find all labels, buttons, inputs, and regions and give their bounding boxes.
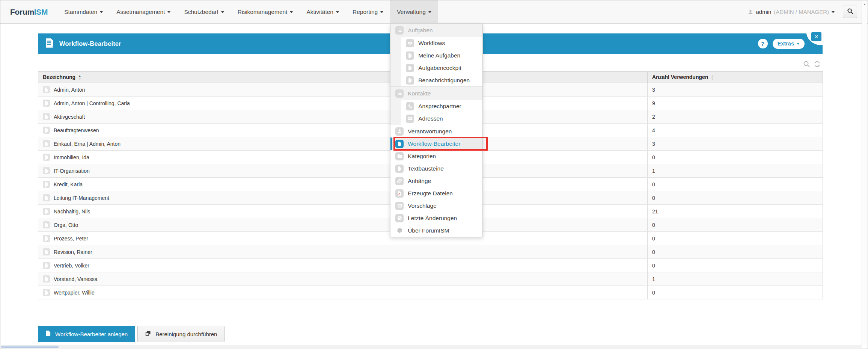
phone-icon bbox=[406, 102, 414, 110]
refresh-icon[interactable] bbox=[814, 60, 821, 68]
app-logo[interactable]: ForumISM bbox=[6, 0, 52, 23]
sort-desc-icon[interactable]: ▼ bbox=[78, 77, 81, 80]
menu-list-icon bbox=[395, 89, 404, 98]
nav-item-risikomanagement[interactable]: Risikomanagement bbox=[231, 0, 300, 23]
menu-item-textbausteine[interactable]: Textbausteine bbox=[390, 162, 482, 175]
nav-item-schutzbedarf[interactable]: Schutzbedarf bbox=[177, 0, 231, 23]
chevron-down-icon bbox=[100, 11, 103, 13]
sort-desc-icon[interactable]: ▼ bbox=[711, 77, 714, 80]
person-icon bbox=[395, 127, 404, 136]
menu-section-aufgaben: Aufgaben bbox=[390, 24, 482, 37]
document-icon bbox=[43, 275, 50, 283]
row-name-cell: Admin, Anton bbox=[43, 86, 647, 93]
create-workflow-editor-button[interactable]: Workflow-Bearbeiter anlegen bbox=[38, 326, 135, 342]
menu-item-benachrichtigungen[interactable]: Benachrichtigungen bbox=[401, 74, 482, 86]
nav-item-aktivitäten[interactable]: Aktivitäten bbox=[300, 0, 346, 23]
row-name-cell: Einkauf, Erna | Admin, Anton bbox=[43, 140, 647, 147]
document-icon bbox=[43, 221, 50, 228]
menu-item-vorschläge[interactable]: Vorschläge bbox=[390, 199, 482, 212]
table-row[interactable]: Revision, Rainer0 bbox=[38, 245, 823, 259]
menu-item-aufgabencockpit[interactable]: Aufgabencockpit bbox=[401, 62, 482, 74]
document-icon bbox=[43, 235, 50, 242]
row-usage-count: 0 bbox=[652, 195, 655, 201]
table-row[interactable]: Vorstand, Vanessa1 bbox=[38, 272, 823, 286]
chevron-down-icon bbox=[380, 11, 383, 13]
menu-item-adressen[interactable]: Adressen bbox=[401, 112, 482, 125]
menu-item-über-forumism[interactable]: Über ForumISM bbox=[390, 224, 482, 237]
list-box-icon bbox=[395, 202, 404, 210]
menu-item-workflow-bearbeiter[interactable]: Workflow-Bearbeiter bbox=[390, 137, 482, 150]
horizontal-scrollbar-thumb[interactable] bbox=[1, 346, 59, 348]
menu-item-workflows[interactable]: Workflows bbox=[401, 37, 482, 49]
document-icon bbox=[43, 140, 50, 147]
scroll-up-icon[interactable]: ▲ bbox=[863, 3, 866, 6]
extras-button[interactable]: Extras bbox=[773, 39, 805, 49]
nav-item-verwaltung[interactable]: VerwaltungAufgabenWorkflowsMeine Aufgabe… bbox=[390, 0, 438, 23]
menu-item-erzeugte-dateien[interactable]: Erzeugte Dateien bbox=[390, 187, 482, 199]
chevron-down-icon bbox=[290, 11, 293, 13]
folder-icon bbox=[395, 152, 404, 160]
logo-part-forum: Forum bbox=[10, 8, 34, 17]
document-icon bbox=[43, 100, 50, 107]
column-header-anzahl-verwendungen[interactable]: Anzahl Verwendungen▲▼ bbox=[648, 72, 823, 83]
menu-item-label: Ansprechpartner bbox=[418, 103, 461, 110]
user-name: admin bbox=[756, 9, 771, 15]
footer-actions: Workflow-Bearbeiter anlegen Bereinigung … bbox=[38, 326, 823, 342]
row-usage-count: 0 bbox=[652, 222, 655, 228]
clock-icon bbox=[395, 214, 404, 222]
menu-item-label: Textbausteine bbox=[408, 165, 444, 172]
eye-icon bbox=[406, 39, 414, 47]
menu-section-label: Kontakte bbox=[408, 90, 431, 97]
close-panel-button[interactable]: ✕ bbox=[811, 32, 821, 41]
menu-item-verantwortungen[interactable]: Verantwortungen bbox=[390, 125, 482, 137]
menu-item-kategorien[interactable]: Kategorien bbox=[390, 150, 482, 162]
menu-item-label: Workflow-Bearbeiter bbox=[408, 141, 460, 147]
navbar-right: admin (ADMIN / MANAGER) bbox=[747, 0, 868, 23]
column-header-bezeichnung[interactable]: Bezeichnung▲▼ bbox=[38, 72, 648, 83]
sort-icons[interactable]: ▲▼ bbox=[711, 74, 714, 80]
row-name-cell: Nachhaltig, Nils bbox=[43, 208, 647, 215]
menu-item-label: Kategorien bbox=[408, 153, 436, 160]
document-icon bbox=[43, 167, 50, 174]
menu-item-letzte-änderungen[interactable]: Letzte Änderungen bbox=[390, 212, 482, 224]
row-usage-count: 21 bbox=[652, 208, 658, 215]
row-usage-count: 9 bbox=[652, 100, 655, 106]
nav-item-stammdaten[interactable]: Stammdaten bbox=[57, 0, 110, 23]
row-name-cell: Orga, Otto bbox=[43, 221, 647, 228]
nav-item-assetmanagement[interactable]: Assetmanagement bbox=[110, 0, 177, 23]
run-cleanup-button[interactable]: Bereinigung durchführen bbox=[137, 326, 225, 342]
chevron-down-icon bbox=[832, 11, 835, 13]
row-usage-count: 1 bbox=[652, 168, 655, 174]
menu-group-kontakte: KontakteAnsprechpartnerAdressen bbox=[390, 87, 482, 125]
row-name: Admin, Anton bbox=[54, 87, 85, 93]
menu-item-ansprechpartner[interactable]: Ansprechpartner bbox=[401, 100, 482, 112]
row-name: Einkauf, Erna | Admin, Anton bbox=[54, 141, 121, 147]
row-usage-count: 0 bbox=[652, 154, 655, 160]
help-button[interactable]: ? bbox=[758, 39, 768, 48]
sort-icons[interactable]: ▲▼ bbox=[78, 74, 81, 80]
user-roles: (ADMIN / MANAGER) bbox=[774, 9, 829, 15]
user-menu[interactable]: admin (ADMIN / MANAGER) bbox=[747, 9, 835, 15]
global-search-button[interactable] bbox=[843, 6, 857, 18]
extras-label: Extras bbox=[778, 41, 794, 47]
table-row[interactable]: Wertpapier, Willie0 bbox=[38, 286, 823, 299]
menu-section-kontakte: Kontakte bbox=[390, 87, 482, 100]
menu-item-label: Workflows bbox=[418, 40, 445, 47]
row-name: Admin, Anton | Controlling, Carla bbox=[54, 100, 130, 106]
horizontal-scrollbar[interactable] bbox=[1, 345, 862, 348]
table-row[interactable]: Vertrieb, Volker0 bbox=[38, 259, 823, 272]
vertical-scrollbar[interactable]: ▲ bbox=[862, 1, 867, 345]
row-name: Wertpapier, Willie bbox=[54, 290, 95, 296]
menu-group-items: WorkflowsMeine AufgabenAufgabencockpitBe… bbox=[401, 37, 482, 86]
page-title: Workflow-Bearbeiter bbox=[59, 40, 121, 47]
filter-search-icon[interactable] bbox=[803, 60, 810, 68]
document-icon bbox=[43, 181, 50, 188]
menu-item-meine-aufgaben[interactable]: Meine Aufgaben bbox=[401, 49, 482, 62]
row-name-cell: Admin, Anton | Controlling, Carla bbox=[43, 100, 647, 107]
menu-section-label: Aufgaben bbox=[408, 27, 432, 34]
nav-item-reporting[interactable]: Reporting bbox=[346, 0, 390, 23]
menu-item-anhänge[interactable]: Anhänge bbox=[390, 175, 482, 187]
menu-item-label: Aufgabencockpit bbox=[418, 65, 461, 71]
row-name: IT-Organisation bbox=[54, 168, 90, 174]
row-name-cell: Aktivgeschäft bbox=[43, 113, 647, 120]
